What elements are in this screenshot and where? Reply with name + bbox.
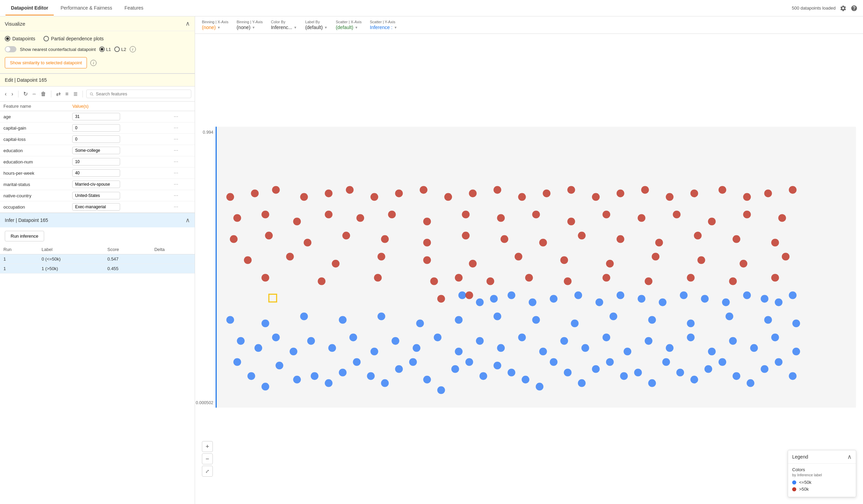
copy-button[interactable]: ⎓	[31, 90, 37, 99]
svg-point-78	[416, 319, 424, 327]
nav-right: 500 datapoints loaded	[792, 5, 858, 12]
legend-collapse-icon[interactable]: ∧	[847, 453, 852, 461]
align-left-button[interactable]: ⇄	[55, 89, 62, 99]
binning-y-chevron: ▼	[252, 26, 255, 29]
tab-features[interactable]: Features	[119, 1, 149, 15]
feature-more-button[interactable]: ···	[173, 147, 180, 154]
svg-point-104	[761, 295, 768, 303]
svg-point-20	[451, 365, 459, 373]
svg-point-65	[645, 337, 652, 345]
history-button[interactable]: ↻	[22, 89, 29, 99]
settings-icon[interactable]	[840, 5, 847, 12]
svg-point-60	[539, 348, 547, 356]
next-button[interactable]: ›	[10, 90, 14, 99]
fit-view-button[interactable]: ⤢	[202, 466, 213, 477]
svg-point-58	[497, 344, 505, 352]
l-info-icon[interactable]: i	[130, 46, 136, 52]
feature-more-button[interactable]: ···	[173, 204, 180, 210]
svg-point-92	[508, 291, 515, 299]
label-by-select[interactable]: (default) ▼	[305, 25, 327, 30]
svg-point-47	[272, 334, 280, 341]
help-icon[interactable]	[851, 5, 858, 12]
feature-more-button[interactable]: ···	[173, 193, 180, 199]
scatter-x-select[interactable]: (default) ▼	[336, 25, 362, 30]
label-by-chevron: ▼	[324, 26, 327, 29]
feature-value-cell	[69, 134, 169, 145]
svg-point-7	[261, 383, 269, 390]
feature-value-cell	[69, 145, 169, 156]
feature-value-cell	[69, 179, 169, 190]
color-by-select[interactable]: Inferenc... ▼	[271, 25, 297, 30]
svg-point-130	[789, 186, 797, 194]
svg-point-98	[638, 295, 646, 303]
svg-point-61	[560, 337, 568, 345]
binning-y-select[interactable]: (none) ▼	[236, 25, 262, 30]
radio-partial-dependence[interactable]: Partial dependence plots	[43, 36, 104, 41]
scatter-y-select[interactable]: Inference : ▼	[370, 25, 397, 30]
binning-x-select[interactable]: (none) ▼	[202, 25, 228, 30]
feature-value-input[interactable]	[72, 181, 120, 188]
svg-point-91	[490, 295, 498, 303]
feature-value-input[interactable]	[72, 192, 120, 199]
l2-radio[interactable]: L2	[114, 47, 126, 52]
svg-point-127	[718, 186, 726, 194]
feature-value-input[interactable]	[72, 147, 120, 154]
feature-value-input[interactable]	[72, 169, 120, 177]
delete-button[interactable]: 🗑	[39, 90, 48, 99]
svg-point-38	[704, 365, 712, 373]
color-by-group: Color By Inferenc... ▼	[271, 20, 297, 30]
svg-point-27	[550, 358, 558, 366]
legend-title: Legend	[792, 454, 808, 460]
svg-point-181	[487, 277, 495, 285]
tab-performance-fairness[interactable]: Performance & Fairness	[55, 1, 118, 15]
align-center-button[interactable]: ≡	[64, 90, 70, 99]
feature-more-button[interactable]: ···	[173, 114, 180, 120]
prev-button[interactable]: ‹	[3, 90, 8, 99]
svg-point-33	[634, 369, 642, 376]
scatter-x-label: Scatter | X-Axis	[336, 20, 362, 24]
svg-point-123	[617, 190, 625, 197]
svg-point-54	[413, 344, 421, 352]
svg-point-53	[391, 337, 399, 345]
svg-point-154	[462, 232, 470, 240]
counterfactual-toggle[interactable]	[5, 46, 16, 52]
feature-more-button[interactable]: ···	[173, 170, 180, 176]
feature-more-button[interactable]: ···	[173, 136, 180, 142]
feature-value-input[interactable]	[72, 203, 120, 211]
svg-point-124	[641, 186, 649, 194]
visualize-collapse-icon[interactable]: ∧	[186, 20, 190, 27]
legend-label-red: >50k	[799, 487, 809, 492]
radio-datapoints[interactable]: Datapoints	[5, 36, 35, 41]
feature-value-input[interactable]	[72, 113, 120, 120]
zoom-out-button[interactable]: −	[202, 453, 213, 464]
feature-value-input[interactable]	[72, 158, 120, 166]
zoom-in-button[interactable]: +	[202, 441, 213, 452]
feature-more-button[interactable]: ···	[173, 181, 180, 188]
svg-point-87	[764, 316, 772, 324]
infer-delta-cell	[151, 264, 195, 273]
feature-more-button[interactable]: ···	[173, 159, 180, 165]
toggle-knob	[5, 47, 10, 52]
infer-run-cell: 1	[0, 254, 38, 264]
svg-point-140	[532, 211, 540, 219]
binning-y-value: (none)	[236, 25, 250, 30]
infer-collapse-icon[interactable]: ∧	[186, 217, 190, 224]
datapoints-loaded-status: 500 datapoints loaded	[792, 5, 836, 11]
similarity-button[interactable]: Show similarity to selected datapoint	[5, 57, 87, 68]
search-input[interactable]	[96, 91, 188, 96]
run-inference-button[interactable]: Run inference	[5, 231, 44, 242]
similarity-info-icon[interactable]: i	[90, 60, 97, 66]
tab-datapoint-editor[interactable]: Datapoint Editor	[5, 1, 54, 15]
visualize-radio-group: Datapoints Partial dependence plots	[5, 36, 190, 41]
svg-point-32	[620, 372, 628, 380]
l1-radio[interactable]: L1	[99, 47, 111, 52]
l1-label: L1	[106, 47, 111, 52]
svg-point-175	[782, 253, 790, 260]
align-right-button[interactable]: ≣	[72, 89, 79, 99]
feature-value-input[interactable]	[72, 135, 120, 143]
scatter-x-chevron: ▼	[355, 26, 358, 29]
svg-point-149	[265, 232, 273, 240]
feature-more-button[interactable]: ···	[173, 125, 180, 131]
svg-point-111	[325, 190, 333, 197]
feature-value-input[interactable]	[72, 124, 120, 132]
